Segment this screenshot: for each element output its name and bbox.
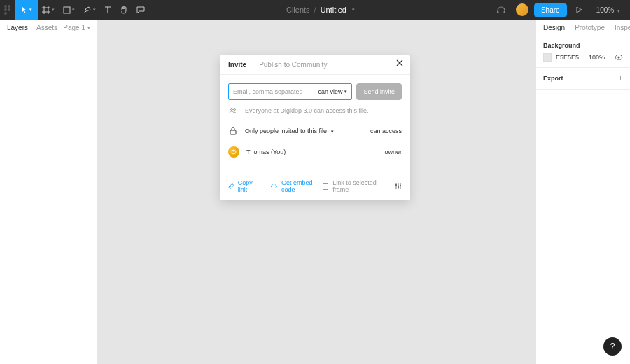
cursor-icon xyxy=(21,6,28,14)
link-to-frame-label: Link to selected frame xyxy=(332,179,386,193)
figma-icon xyxy=(4,5,11,15)
text-tool[interactable] xyxy=(100,0,115,20)
slash: / xyxy=(314,6,316,14)
play-icon xyxy=(575,6,582,13)
share-button[interactable]: Share xyxy=(534,4,567,17)
svg-point-14 xyxy=(396,184,397,186)
eye-icon xyxy=(615,55,623,60)
zoom-value: 100% xyxy=(596,6,615,14)
modal-tab-invite[interactable]: Invite xyxy=(228,61,246,74)
share-modal: Invite Publish to Community can view ▾ S… xyxy=(220,55,410,200)
background-swatch[interactable] xyxy=(543,53,552,62)
page-label: Page 1 xyxy=(63,24,85,31)
document-title[interactable]: Clients / Untitled ▾ xyxy=(286,6,355,14)
email-input[interactable] xyxy=(233,88,318,95)
access-scope-label: Only people invited to this file xyxy=(245,127,327,134)
chevron-down-icon: ▾ xyxy=(29,7,32,13)
hand-icon xyxy=(120,6,128,14)
access-scope-row: Only people invited to this file ▾ can a… xyxy=(228,121,402,141)
permission-select[interactable]: can view ▾ xyxy=(318,88,347,95)
comment-icon xyxy=(136,6,145,14)
sliders-icon xyxy=(395,183,402,190)
org-access-text: Everyone at Digidop 3.0 can access this … xyxy=(245,107,369,114)
svg-rect-1 xyxy=(8,5,10,8)
hand-tool[interactable] xyxy=(115,0,132,20)
help-button[interactable]: ? xyxy=(603,337,622,356)
top-toolbar: ▾ ▾ ▾ ▾ Clients / Untitled ▾ xyxy=(0,0,630,20)
svg-rect-2 xyxy=(4,8,7,11)
file-name: Untitled xyxy=(321,6,346,14)
right-panel: Design Prototype Inspect Background E5E5… xyxy=(536,20,630,364)
page-selector[interactable]: Page 1 ▾ xyxy=(63,24,90,31)
frame-icon xyxy=(42,6,50,14)
pen-icon xyxy=(83,6,92,14)
embed-code-label: Get embed code xyxy=(281,179,323,193)
comment-tool[interactable] xyxy=(132,0,149,20)
zoom-control[interactable]: 100% ▾ xyxy=(591,6,626,14)
svg-rect-5 xyxy=(64,7,70,13)
share-settings-button[interactable] xyxy=(395,183,402,190)
export-title: Export xyxy=(543,75,564,82)
svg-rect-6 xyxy=(497,11,499,13)
copy-link-label: Copy link xyxy=(238,179,261,193)
shape-tool[interactable]: ▾ xyxy=(59,0,79,20)
access-scope-select[interactable]: Only people invited to this file ▾ xyxy=(245,127,334,134)
svg-rect-4 xyxy=(4,12,7,15)
org-access-info: Everyone at Digidop 3.0 can access this … xyxy=(228,100,402,121)
chevron-down-icon: ▾ xyxy=(72,7,75,13)
background-title: Background xyxy=(543,42,623,49)
lock-icon xyxy=(228,127,238,135)
chevron-down-icon: ▾ xyxy=(52,7,55,13)
copy-link-button[interactable]: Copy link xyxy=(228,179,260,193)
embed-code-button[interactable]: Get embed code xyxy=(270,179,323,193)
right-panel-tabs: Design Prototype Inspect xyxy=(536,20,630,36)
svg-rect-3 xyxy=(8,8,10,11)
svg-rect-11 xyxy=(230,130,236,134)
project-name: Clients xyxy=(286,6,310,14)
access-permission[interactable]: can access xyxy=(370,127,402,134)
modal-tab-publish[interactable]: Publish to Community xyxy=(259,61,327,74)
tab-layers[interactable]: Layers xyxy=(7,24,28,31)
chevron-down-icon: ▾ xyxy=(344,89,347,94)
collaborator-row: Thomas (You) owner xyxy=(228,141,402,163)
link-to-frame-checkbox[interactable] xyxy=(323,183,328,190)
user-avatar[interactable] xyxy=(516,4,528,16)
main-menu-button[interactable] xyxy=(0,0,15,20)
audio-button[interactable] xyxy=(492,0,510,20)
modal-body: can view ▾ Send invite Everyone at Digid… xyxy=(220,75,410,172)
toolbar-left: ▾ ▾ ▾ ▾ xyxy=(0,0,149,20)
present-button[interactable] xyxy=(568,6,589,13)
tab-inspect[interactable]: Inspect xyxy=(615,24,630,31)
pen-tool[interactable]: ▾ xyxy=(79,0,100,20)
export-add-button[interactable]: + xyxy=(618,74,623,83)
svg-point-8 xyxy=(618,57,620,59)
power-icon xyxy=(231,149,237,155)
link-icon xyxy=(228,183,234,190)
collaborator-avatar xyxy=(228,146,239,158)
frame-tool[interactable]: ▾ xyxy=(38,0,59,20)
chevron-down-icon: ▾ xyxy=(88,25,90,31)
background-opacity[interactable]: 100% xyxy=(589,54,605,61)
collaborator-role: owner xyxy=(384,148,402,155)
permission-label: can view xyxy=(318,88,342,95)
svg-rect-7 xyxy=(503,11,505,13)
send-invite-button[interactable]: Send invite xyxy=(356,83,402,100)
chevron-down-icon: ▾ xyxy=(352,7,355,13)
code-icon xyxy=(270,183,278,189)
tab-prototype[interactable]: Prototype xyxy=(575,24,605,31)
close-button[interactable] xyxy=(396,59,403,66)
visibility-toggle[interactable] xyxy=(615,55,623,60)
svg-rect-0 xyxy=(4,5,7,8)
tab-design[interactable]: Design xyxy=(543,24,565,31)
background-hex[interactable]: E5E5E5 xyxy=(556,54,579,61)
left-panel-tabs: Layers Assets Page 1 ▾ xyxy=(0,20,97,36)
modal-footer: Copy link Get embed code Link to selecte… xyxy=(220,172,410,200)
left-panel: Layers Assets Page 1 ▾ xyxy=(0,20,98,364)
move-tool[interactable]: ▾ xyxy=(15,0,38,20)
chevron-down-icon: ▾ xyxy=(331,129,334,134)
tab-assets[interactable]: Assets xyxy=(36,24,57,31)
background-section: Background E5E5E5 100% xyxy=(536,36,630,68)
close-icon xyxy=(396,59,403,66)
chevron-down-icon: ▾ xyxy=(617,8,620,13)
svg-point-16 xyxy=(400,185,401,186)
